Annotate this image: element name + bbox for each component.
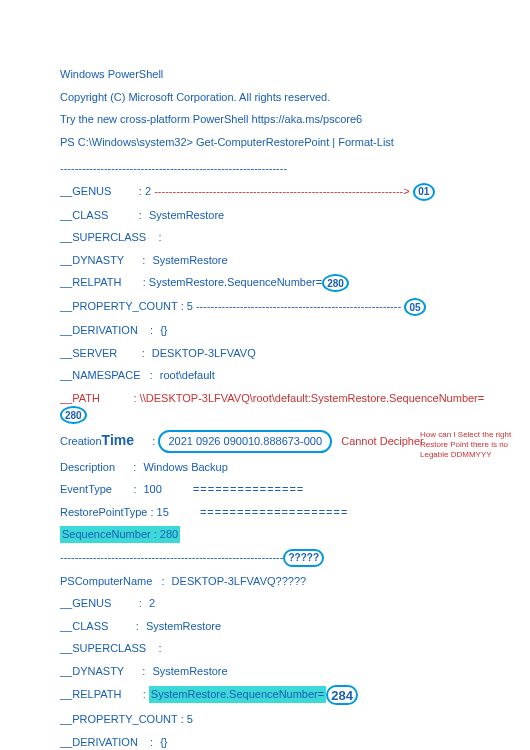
class-label: __CLASS [60,209,108,221]
description-label: Description [60,461,115,473]
ps-title: Windows PowerShell [60,66,500,83]
side-annotation: How can I Select the right Restore Point… [420,430,520,459]
separator-top: ----------------------------------------… [60,162,287,174]
ps-copyright: Copyright (C) Microsoft Corporation. All… [60,89,500,106]
cannot-decipher-note: Cannot Decipher [341,435,424,447]
path-value: \\DESKTOP-3LFVAVQ\root\default:SystemRes… [140,392,485,404]
relpath-circle-annotation: 280 [322,274,349,292]
class2-value: SystemRestore [146,620,221,632]
restorepointtype-equals: ==================== [200,506,348,518]
derivation-value: {} [160,324,167,336]
pscomputername-label: PSComputerName [60,575,152,587]
dynasty2-label: __DYNASTY [60,665,124,677]
description-value: Windows Backup [143,461,227,473]
genus-arrow-dashes: ----------------------------------------… [154,185,410,197]
relpath2-circle-annotation: 284 [326,685,358,705]
server-label: __SERVER [60,347,117,359]
genus-value: 2 [145,185,151,197]
relpath-label: __RELPATH [60,276,121,288]
genus-circle-annotation: 01 [413,183,435,201]
genus-label: __GENUS [60,185,111,197]
class2-label: __CLASS [60,620,108,632]
path-label: __PATH [60,392,100,404]
dynasty-label: __DYNASTY [60,254,124,266]
namespace-value: root\default [160,369,215,381]
relpath-value: SystemRestore.SequenceNumber= [149,276,322,288]
dynasty2-value: SystemRestore [152,665,227,677]
propcount-circle-annotation: 05 [404,298,426,316]
relpath2-highlight: SystemRestore.SequenceNumber= [149,686,326,703]
propcount-dashes: ----------------------------------------… [196,300,401,312]
class-value: SystemRestore [149,209,224,221]
derivation2-value: {} [160,736,167,748]
derivation2-label: __DERIVATION [60,736,138,748]
restorepointtype-label: RestorePointType : 15 [60,506,169,518]
eventtype-value: 100 [144,483,162,495]
relpath2-label: __RELPATH [60,688,121,700]
superclass-label: __SUPERCLASS [60,231,146,243]
genus2-value: 2 [149,597,155,609]
question-circle-annotation: ????? [283,549,324,567]
server-value: DESKTOP-3LFVAVQ [152,347,256,359]
derivation-label: __DERIVATION [60,324,138,336]
separator-mid: ----------------------------------------… [60,551,283,563]
ps-tryline: Try the new cross-platform PowerShell ht… [60,111,500,128]
propcount2-label: __PROPERTY_COUNT : 5 [60,713,193,725]
path-circle-annotation: 280 [60,406,87,424]
propcount-label: __PROPERTY_COUNT : 5 [60,300,193,312]
ps-prompt: PS C:\Windows\system32> Get-ComputerRest… [60,134,500,151]
sequencenumber-highlight: SequenceNumber : 280 [60,526,180,543]
creationtime-oval: 2021 0926 090010.888673-000 [158,430,332,453]
creationtime-bold: Time [102,432,134,448]
genus2-label: __GENUS [60,597,111,609]
pscomputername-value: DESKTOP-3LFVAVQ????? [172,575,307,587]
dynasty-value: SystemRestore [152,254,227,266]
namespace-label: __NAMESPACE [60,369,141,381]
superclass2-label: __SUPERCLASS [60,642,146,654]
eventtype-label: EventType [60,483,112,495]
creationtime-label: Creation [60,435,102,447]
eventtype-equals: =============== [193,483,304,495]
